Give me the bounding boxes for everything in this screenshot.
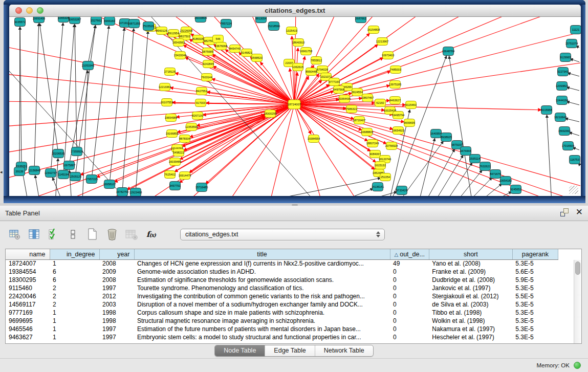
black-edge[interactable] (19, 27, 20, 171)
window-resize-grip[interactable] (569, 186, 578, 194)
table-row[interactable]: 1456911722003Disruption of a novel membe… (6, 300, 558, 309)
column-header-short[interactable]: short (429, 249, 512, 259)
black-edge[interactable] (35, 176, 40, 196)
cell-year[interactable]: 1997 (99, 284, 134, 292)
cell-year[interactable]: 1997 (99, 325, 134, 333)
red-edge[interactable] (184, 45, 294, 104)
cell-year[interactable]: 2012 (99, 292, 134, 300)
cell-year[interactable]: 2008 (99, 276, 134, 284)
black-edge[interactable] (565, 118, 579, 122)
new-table-icon[interactable] (86, 228, 99, 241)
black-edge[interactable] (122, 29, 134, 192)
table-row[interactable]: 1830029562008Estimation of significance … (6, 276, 558, 284)
tab-node-table[interactable]: Node Table (215, 345, 265, 356)
cell-out_degree[interactable]: 0 (390, 292, 429, 300)
function-builder-icon[interactable]: f(x) (144, 228, 158, 241)
cell-pagerank[interactable]: 5.3E-5 (512, 317, 558, 325)
table-row[interactable]: 977716911998Corpus callosum shape and si… (6, 309, 558, 317)
cell-in_degree[interactable]: 2 (50, 284, 99, 292)
cell-short[interactable]: Franke et al. (2009) (429, 268, 512, 276)
cell-name[interactable]: 19384554 (6, 268, 50, 276)
column-header-pagerank[interactable]: pagerank (512, 249, 558, 259)
cell-year[interactable]: 2009 (99, 268, 134, 276)
cell-title[interactable]: Estimation of the future numbers of pati… (134, 325, 390, 333)
red-edge[interactable] (294, 104, 577, 196)
cell-out_degree[interactable]: 0 (390, 309, 429, 317)
table-row[interactable]: 946362711997Embryonic stem cells: a mode… (6, 333, 558, 341)
cell-title[interactable]: Tourette syndrome. Phenomenology and cla… (134, 284, 390, 292)
cell-name[interactable]: 18300295 (6, 276, 50, 284)
cell-out_degree[interactable]: 0 (390, 284, 429, 292)
table-row[interactable]: 911546021997Tourette syndrome. Phenomeno… (6, 284, 558, 292)
tab-edge-table[interactable]: Edge Table (265, 345, 315, 356)
cell-pagerank[interactable]: 5.3E-5 (512, 300, 558, 309)
delete-rows-trash-icon[interactable] (105, 228, 119, 241)
cell-title[interactable]: Changes of HCN gene expression and I(f) … (134, 259, 390, 268)
cell-in_degree[interactable]: 1 (50, 317, 99, 325)
cell-out_degree[interactable]: 0 (390, 268, 429, 276)
column-header-name[interactable]: name (6, 249, 50, 259)
panel-collapse-arrow[interactable]: ◂ (0, 169, 3, 174)
cell-name[interactable]: 22420046 (6, 292, 50, 300)
cell-name[interactable]: 9463627 (6, 333, 50, 341)
cell-out_degree[interactable]: 0 (390, 333, 429, 341)
cell-in_degree[interactable]: 2 (50, 292, 99, 300)
cell-year[interactable]: 1998 (99, 309, 134, 317)
red-edge[interactable] (167, 33, 294, 104)
cell-in_degree[interactable]: 1 (50, 259, 99, 268)
cell-pagerank[interactable]: 5.6E-5 (512, 268, 558, 276)
node-table-grid[interactable]: namein_degreeyeartitle△out_de...shortpag… (6, 249, 558, 341)
cell-pagerank[interactable]: 5.3E-5 (512, 325, 558, 333)
cell-out_degree[interactable]: 49 (390, 259, 429, 268)
cell-in_degree[interactable]: 1 (50, 309, 99, 317)
table-row[interactable]: 1872400712008Changes of HCN gene express… (6, 259, 558, 268)
column-header-title[interactable]: title (134, 249, 390, 259)
cell-year[interactable]: 2008 (99, 259, 134, 268)
cell-name[interactable]: 18724007 (6, 259, 50, 268)
column-header-out_degree[interactable]: △out_de... (390, 249, 429, 259)
cell-year[interactable]: 1997 (99, 333, 134, 341)
cell-in_degree[interactable]: 2 (50, 300, 99, 309)
cell-title[interactable]: Corpus callosum shape and size in male p… (134, 309, 390, 317)
black-edge[interactable] (337, 189, 373, 196)
cell-name[interactable]: 9115460 (6, 284, 50, 292)
cell-year[interactable]: 1998 (99, 317, 134, 325)
table-row[interactable]: 2242004622012Investigating the contribut… (6, 292, 558, 300)
black-edge[interactable] (53, 178, 63, 196)
table-settings-icon[interactable] (8, 228, 21, 241)
black-edge[interactable] (567, 87, 579, 91)
table-scrollbar-thumb[interactable] (575, 261, 580, 275)
cell-short[interactable]: Tibbo et al. (1998) (429, 309, 512, 317)
black-edge[interactable] (570, 59, 579, 62)
cell-name[interactable]: 9465546 (6, 325, 50, 333)
cell-short[interactable]: Jankovic et al. (1997) (429, 284, 512, 292)
black-edge[interactable] (425, 149, 454, 196)
cell-in_degree[interactable]: 1 (50, 325, 99, 333)
black-edge[interactable] (69, 26, 95, 165)
row-selection-icon[interactable] (47, 228, 60, 241)
table-selector-dropdown[interactable]: citations_edges.txt (180, 229, 385, 240)
cell-out_degree[interactable]: 0 (390, 317, 429, 325)
cell-pagerank[interactable]: 5.3E-5 (512, 309, 558, 317)
tab-network-table[interactable]: Network Table (315, 345, 373, 356)
network-window-titlebar[interactable]: citations_edges.txt (9, 5, 581, 17)
red-edge[interactable] (185, 57, 294, 104)
black-edge[interactable] (434, 156, 463, 196)
cell-pagerank[interactable]: 5.3E-5 (512, 259, 558, 268)
cell-short[interactable]: Nakamura et al. (1997) (429, 325, 512, 333)
column-header-in_degree[interactable]: in_degree (50, 249, 99, 259)
cell-pagerank[interactable]: 5.3E-5 (512, 333, 558, 341)
black-edge[interactable] (478, 184, 502, 196)
rows-icon[interactable] (67, 228, 80, 241)
cell-short[interactable]: Stergiakouli et al. (2012) (429, 292, 512, 300)
cell-out_degree[interactable]: 0 (390, 300, 429, 309)
red-edge[interactable] (9, 104, 294, 154)
black-edge[interactable] (34, 24, 39, 170)
cell-pagerank[interactable]: 5.9E-5 (512, 276, 558, 284)
red-edge[interactable] (294, 104, 521, 196)
cell-name[interactable]: 9699695 (6, 317, 50, 325)
black-edge[interactable] (419, 139, 435, 196)
red-edge[interactable] (294, 104, 580, 186)
cell-short[interactable]: Yano et al. (2008) (429, 259, 512, 268)
column-header-year[interactable]: year (99, 249, 134, 259)
